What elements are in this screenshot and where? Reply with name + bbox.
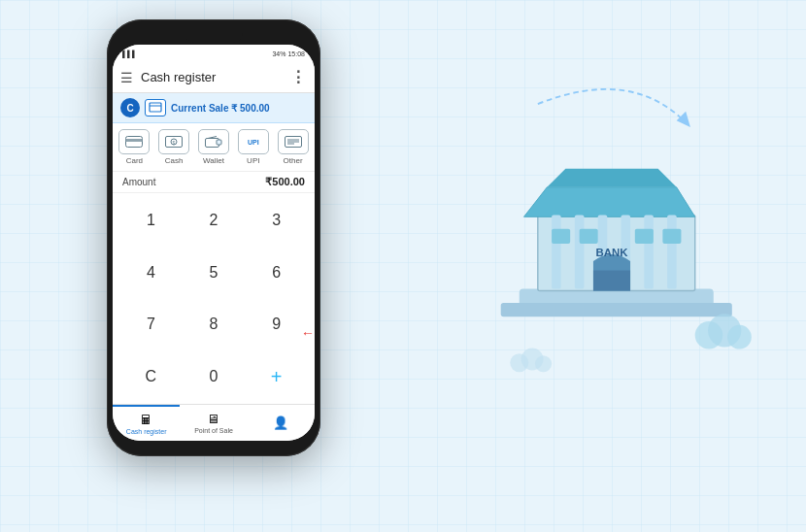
bottom-navigation: 🖩 Cash register 🖥 Point of Sale 👤 <box>113 404 315 441</box>
svg-rect-21 <box>552 215 561 288</box>
bank-illustration: BANK <box>456 49 767 437</box>
hamburger-icon[interactable]: ☰ <box>120 70 133 85</box>
svg-rect-22 <box>575 215 585 288</box>
svg-text:BANK: BANK <box>596 247 629 258</box>
other-label: Other <box>284 156 303 165</box>
nav-point-of-sale[interactable]: 🖥 Point of Sale <box>180 405 247 441</box>
svg-marker-18 <box>524 187 695 216</box>
key-6[interactable]: 6 <box>246 248 307 298</box>
svg-rect-0 <box>150 103 161 112</box>
other-icon <box>278 129 309 154</box>
svg-marker-20 <box>547 169 676 187</box>
svg-point-35 <box>727 325 752 349</box>
payment-wallet[interactable]: Wallet <box>198 129 229 165</box>
backspace-key[interactable]: ← <box>301 325 315 341</box>
nav-cash-register[interactable]: 🖩 Cash register <box>113 405 180 441</box>
svg-rect-30 <box>580 229 598 244</box>
payment-cash[interactable]: $ Cash <box>158 129 189 165</box>
svg-point-38 <box>535 355 552 372</box>
svg-rect-27 <box>593 271 630 291</box>
pos-nav-label: Point of Sale <box>194 427 233 434</box>
time-text: 15:08 <box>287 50 305 57</box>
key-plus[interactable]: + <box>246 351 307 402</box>
phone-outer-shell: ▌▌▌ 34% 15:08 ☰ Cash register ⋮ C <box>107 19 320 456</box>
svg-rect-15 <box>501 303 732 316</box>
svg-rect-31 <box>635 229 654 244</box>
wallet-icon <box>198 129 229 154</box>
key-0[interactable]: 0 <box>184 351 245 402</box>
svg-rect-3 <box>126 139 143 142</box>
key-7[interactable]: 7 <box>120 300 182 350</box>
key-9[interactable]: 9 <box>246 300 307 350</box>
status-right: 34% 15:08 <box>272 50 305 57</box>
cash-label: Cash <box>165 156 184 165</box>
battery-text: 34% <box>272 50 285 57</box>
key-5[interactable]: 5 <box>184 248 245 298</box>
phone-screen: ▌▌▌ 34% 15:08 ☰ Cash register ⋮ C <box>113 45 315 441</box>
svg-rect-29 <box>552 229 570 244</box>
current-sale-text: Current Sale ₹ 500.00 <box>171 103 307 114</box>
upi-icon: UPI <box>238 129 269 154</box>
card-icon <box>118 129 150 154</box>
phone-notch <box>185 29 243 43</box>
payment-upi[interactable]: UPI UPI <box>238 129 269 165</box>
svg-rect-32 <box>662 229 681 244</box>
profile-nav-icon: 👤 <box>273 416 288 430</box>
key-1[interactable]: 1 <box>120 195 182 246</box>
payment-methods-row: Card $ Cash <box>113 123 315 172</box>
phone-device: ▌▌▌ 34% 15:08 ☰ Cash register ⋮ C <box>107 19 320 456</box>
upi-label: UPI <box>247 156 259 165</box>
status-bar: ▌▌▌ 34% 15:08 <box>113 45 315 62</box>
key-4[interactable]: 4 <box>120 248 182 298</box>
app-bar: ☰ Cash register ⋮ <box>113 62 315 93</box>
svg-rect-25 <box>644 215 654 288</box>
sale-c-icon: C <box>120 98 140 117</box>
card-label: Card <box>126 156 143 165</box>
svg-rect-26 <box>667 215 677 288</box>
key-2[interactable]: 2 <box>184 195 245 246</box>
cash-register-nav-icon: 🖩 <box>140 413 152 427</box>
status-signal: ▌▌▌ <box>122 50 137 57</box>
key-clear[interactable]: C <box>120 351 182 402</box>
app-title: Cash register <box>141 70 290 84</box>
nav-profile[interactable]: 👤 <box>248 405 315 441</box>
pos-nav-icon: 🖥 <box>207 412 219 426</box>
sale-cart-icon <box>145 99 166 116</box>
amount-label: Amount <box>122 177 155 187</box>
svg-rect-8 <box>217 140 221 145</box>
key-8[interactable]: 8 <box>184 300 245 350</box>
svg-text:$: $ <box>173 140 176 146</box>
payment-other[interactable]: Other <box>278 129 309 165</box>
payment-card[interactable]: Card <box>118 129 150 165</box>
current-sale-banner: C Current Sale ₹ 500.00 <box>113 93 315 123</box>
amount-value: ₹500.00 <box>265 176 305 188</box>
cash-register-nav-label: Cash register <box>126 428 167 435</box>
numpad: 1 2 3 4 5 6 7 8 9 C 0 + <box>113 193 315 404</box>
cash-icon: $ <box>158 129 189 154</box>
more-options-icon[interactable]: ⋮ <box>290 68 307 86</box>
amount-row: Amount ₹500.00 <box>113 172 315 193</box>
svg-marker-13 <box>677 112 690 127</box>
wallet-label: Wallet <box>203 156 224 165</box>
key-3[interactable]: 3 <box>246 195 307 246</box>
